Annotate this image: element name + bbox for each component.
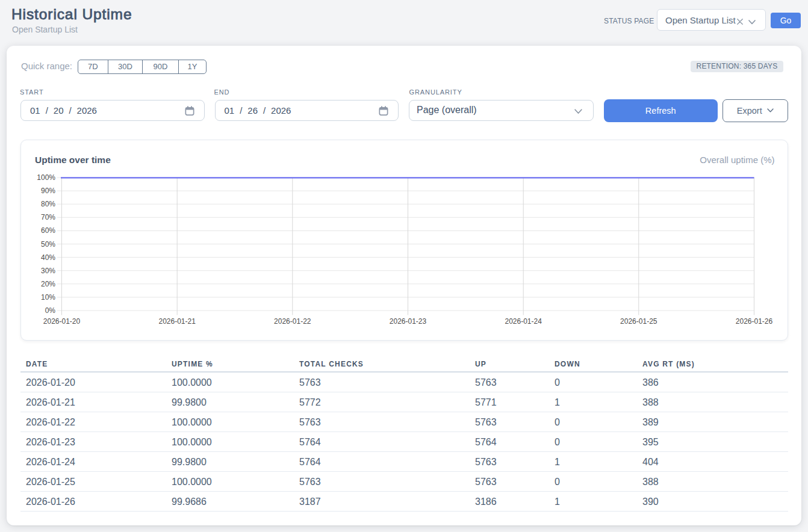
svg-text:20%: 20% bbox=[41, 280, 55, 288]
svg-text:40%: 40% bbox=[41, 253, 55, 262]
svg-text:90%: 90% bbox=[41, 187, 55, 195]
svg-text:70%: 70% bbox=[41, 213, 55, 221]
svg-text:2026-01-21: 2026-01-21 bbox=[159, 317, 196, 326]
svg-text:100%: 100% bbox=[37, 173, 55, 182]
svg-text:50%: 50% bbox=[41, 240, 55, 249]
svg-text:30%: 30% bbox=[41, 267, 55, 275]
svg-text:2026-01-25: 2026-01-25 bbox=[620, 317, 657, 326]
svg-text:Uptime over time: Uptime over time bbox=[35, 155, 111, 165]
svg-text:80%: 80% bbox=[41, 200, 55, 208]
svg-text:60%: 60% bbox=[41, 226, 55, 235]
svg-text:2026-01-23: 2026-01-23 bbox=[390, 317, 427, 326]
svg-text:2026-01-22: 2026-01-22 bbox=[274, 317, 311, 326]
svg-text:2026-01-26: 2026-01-26 bbox=[736, 317, 773, 326]
svg-text:2026-01-24: 2026-01-24 bbox=[505, 317, 542, 326]
svg-text:10%: 10% bbox=[41, 293, 55, 302]
svg-text:0%: 0% bbox=[45, 306, 56, 315]
svg-text:Overall uptime (%): Overall uptime (%) bbox=[700, 155, 774, 165]
svg-text:2026-01-20: 2026-01-20 bbox=[43, 317, 81, 326]
